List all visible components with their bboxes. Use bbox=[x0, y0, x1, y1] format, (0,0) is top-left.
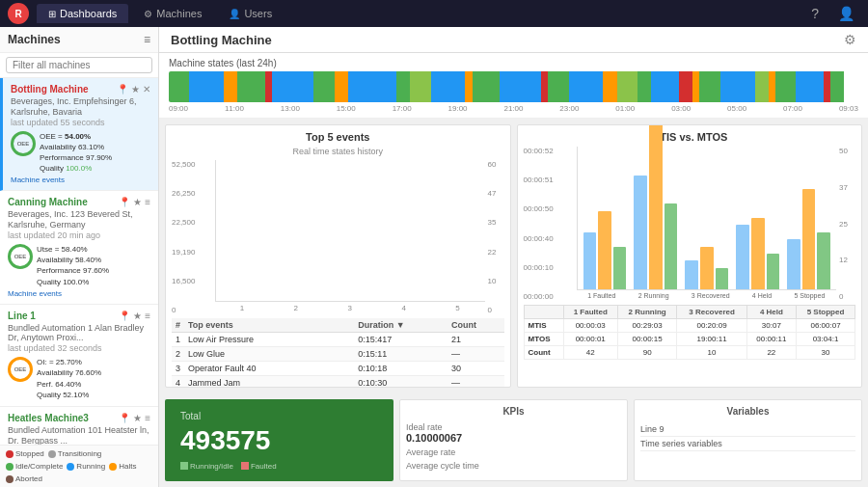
kpis-card: KPIs Ideal rate 0.10000067 Average rate … bbox=[399, 399, 628, 481]
total-card: Total 493575 Running/Idle Faulted bbox=[165, 399, 393, 481]
more-icon-1[interactable]: ≡ bbox=[145, 197, 150, 207]
total-value: 493575 bbox=[180, 425, 270, 456]
kpi-avg-cycle: Average cycle time bbox=[406, 461, 621, 471]
machine-name-line1: Line 1 bbox=[8, 311, 36, 321]
machine-item-bottling[interactable]: Bottling Machine 📍 ★ ✕ Beverages, Inc. E… bbox=[0, 78, 158, 191]
state-col-header-empty bbox=[524, 306, 563, 319]
legend-aborted: Aborted bbox=[6, 474, 42, 483]
dashboards-icon: ⊞ bbox=[48, 9, 56, 19]
machine-company-1: Beverages, Inc. 123 Bevered St, Karlsruh… bbox=[8, 209, 150, 230]
events-table: # Top events Duration ▼ Count 1Low Air P… bbox=[172, 318, 504, 388]
more-icon[interactable]: ✕ bbox=[143, 84, 150, 95]
total-legend-faulted: Faulted bbox=[251, 462, 277, 471]
machines-sidebar: Machines ≡ Bottling Machine 📍 ★ ✕ Bevera… bbox=[0, 27, 159, 487]
kpi-avg-rate: Average rate bbox=[406, 447, 621, 457]
states-data-table: 1 Faulted 2 Running 3 Recovered 4 Held 5… bbox=[524, 305, 856, 360]
content-title: Bottling Machine bbox=[171, 33, 272, 47]
charts-grid: Top 5 events Real time states history 52… bbox=[159, 119, 868, 399]
content-header: Bottling Machine ⚙ bbox=[159, 27, 868, 53]
user-icon[interactable]: 👤 bbox=[832, 4, 860, 23]
machine-list: Bottling Machine 📍 ★ ✕ Beverages, Inc. E… bbox=[0, 78, 158, 445]
states-row-mtos: MTOS 00:00:0100:00:1519:00:1100:00:1103:… bbox=[524, 333, 855, 346]
star-icon[interactable]: ★ bbox=[131, 84, 140, 95]
mtis-chart: 00:00:52 00:00:51 00:00:50 00:00:40 00:0… bbox=[524, 147, 856, 301]
kpi-ideal-rate: Ideal rate 0.10000067 bbox=[406, 422, 621, 444]
filter-icon[interactable]: ≡ bbox=[144, 33, 150, 46]
top5-y-labels: 52,500 26,250 22,500 19,190 16,500 0 bbox=[172, 160, 215, 314]
total-label: Total bbox=[180, 411, 201, 421]
mtis-y-right: 503725120 bbox=[836, 147, 855, 301]
table-row: 2Low Glue0:15:11— bbox=[172, 347, 504, 362]
kpis-card-title: KPIs bbox=[406, 406, 621, 417]
machine-company-3: Bundled Automation 101 Heatster ln, Dr. … bbox=[8, 425, 150, 445]
mtis-x-labels: 1 Faulted2 Running3 Recovered4 Held5 Sto… bbox=[577, 290, 837, 301]
states-row-mtis: MTIS 00:00:0300:29:0300:20:0930:0706:00:… bbox=[524, 319, 855, 333]
machine-time-0: last updated 55 seconds bbox=[11, 118, 150, 127]
mtis-title: MTIS vs. MTOS bbox=[524, 131, 856, 143]
legend-stopped: Stopped bbox=[6, 449, 44, 458]
machine-kpis-2: OI: = 25.70% Availability 76.60% Perf. 6… bbox=[37, 357, 101, 400]
total-legend: Running/Idle Faulted bbox=[180, 462, 277, 471]
table-row: 1Low Air Pressure0:15:41721 bbox=[172, 333, 504, 347]
oee-circle-0: OEE bbox=[11, 131, 36, 156]
sidebar-header: Machines ≡ bbox=[0, 27, 158, 53]
machine-kpis-0: OEE = 54.00% Availability 63.10% Perform… bbox=[40, 131, 112, 175]
nav-tab-dashboards[interactable]: ⊞ Dashboards bbox=[37, 4, 128, 23]
help-icon[interactable]: ? bbox=[805, 4, 825, 23]
top5-events-card: Top 5 events Real time states history 52… bbox=[165, 124, 511, 388]
table-row: 3Operator Fault 400:10:1830 bbox=[172, 362, 504, 376]
machine-company-0: Beverages, Inc. Empfehsinger 6, Karlsruh… bbox=[11, 96, 150, 118]
col-count: Count bbox=[448, 318, 503, 333]
mtis-card: MTIS vs. MTOS 00:00:52 00:00:51 00:00:50… bbox=[517, 124, 863, 388]
content-area: Bottling Machine ⚙ Machine states (last … bbox=[159, 27, 868, 487]
machine-company-2: Bundled Automation 1 Alan Bradley Dr, An… bbox=[8, 323, 150, 344]
machine-events-link-0[interactable]: Machine events bbox=[11, 176, 150, 184]
mtis-bars bbox=[577, 147, 837, 290]
state-col-faulted: 1 Faulted bbox=[563, 306, 617, 319]
machine-time-2: last updated 32 seconds bbox=[8, 343, 150, 353]
top-navigation: R ⊞ Dashboards ⚙ Machines 👤 Users ? 👤 bbox=[0, 0, 868, 27]
legend-transitioning: Transitioning bbox=[48, 449, 102, 458]
sidebar-search-area bbox=[0, 53, 158, 78]
machine-item-line1[interactable]: Line 1 📍 ★ ≡ Bundled Automation 1 Alan B… bbox=[0, 305, 158, 407]
app-logo: R bbox=[8, 3, 29, 24]
settings-icon[interactable]: ⚙ bbox=[844, 32, 856, 47]
machines-icon: ⚙ bbox=[144, 9, 152, 19]
states-section: Machine states (last 24h) 09:0011:0013:0… bbox=[159, 53, 868, 119]
sidebar-title: Machines bbox=[8, 33, 61, 46]
col-duration: Duration ▼ bbox=[354, 318, 448, 333]
machine-events-link-1[interactable]: Machine events bbox=[8, 289, 150, 298]
machine-item-canning[interactable]: Canning Machine 📍 ★ ≡ Beverages, Inc. 12… bbox=[0, 191, 158, 304]
more-icon-2[interactable]: ≡ bbox=[145, 311, 150, 321]
oee-circle-1: OEE bbox=[8, 244, 33, 269]
oee-circle-2: OEE bbox=[8, 357, 33, 382]
state-col-stopped: 5 Stopped bbox=[797, 306, 855, 319]
variable-time-series: Time series variables bbox=[640, 437, 855, 451]
star-icon-1[interactable]: ★ bbox=[133, 197, 142, 207]
sidebar-legend: Stopped Transitioning Idle/Complete Runn… bbox=[0, 445, 158, 487]
bottom-row: Total 493575 Running/Idle Faulted KPIs bbox=[159, 399, 868, 487]
machine-name-canning: Canning Machine bbox=[8, 197, 88, 207]
state-col-running: 2 Running bbox=[617, 306, 676, 319]
location-icon-2: 📍 bbox=[119, 311, 130, 321]
location-icon: 📍 bbox=[117, 84, 128, 95]
star-icon-2[interactable]: ★ bbox=[133, 311, 142, 321]
search-input[interactable] bbox=[6, 57, 152, 73]
variables-card: Variables Line 9 Time series variables bbox=[634, 399, 862, 481]
machine-item-heatles[interactable]: Heatles Machine3 📍 ★ ≡ Bundled Automatio… bbox=[0, 407, 158, 445]
location-icon-3: 📍 bbox=[119, 413, 130, 423]
variables-title: Variables bbox=[640, 406, 855, 417]
top5-y-right: 60473522100 bbox=[485, 160, 504, 314]
top5-bars bbox=[215, 160, 485, 302]
machine-name-bottling: Bottling Machine bbox=[11, 84, 89, 95]
nav-tab-users[interactable]: 👤 Users bbox=[217, 4, 284, 23]
table-row: 4Jammed Jam0:10:30— bbox=[172, 376, 504, 389]
nav-tab-machines[interactable]: ⚙ Machines bbox=[132, 4, 213, 23]
states-row-count: Count 4290102230 bbox=[524, 346, 855, 360]
states-title: Machine states (last 24h) bbox=[169, 58, 858, 68]
users-icon: 👤 bbox=[229, 9, 240, 19]
more-icon-3[interactable]: ≡ bbox=[145, 413, 150, 423]
state-col-recovered: 3 Recovered bbox=[677, 306, 746, 319]
top5-bar-chart: 52,500 26,250 22,500 19,190 16,500 0 123… bbox=[172, 160, 504, 314]
star-icon-3[interactable]: ★ bbox=[133, 413, 142, 423]
